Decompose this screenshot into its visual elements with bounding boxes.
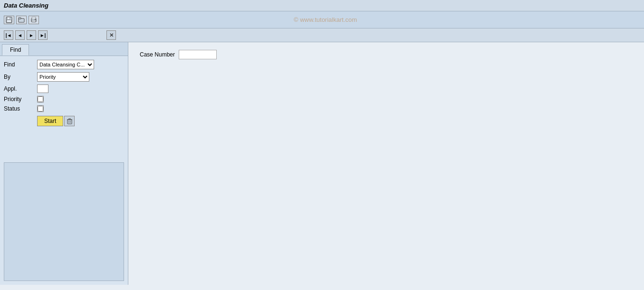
main-area: Find Find Data Cleansing C... By Priorit… [0, 42, 644, 285]
svg-rect-2 [7, 20, 11, 22]
by-label: By [4, 74, 37, 80]
by-row: By Priority Status Application Case Numb… [4, 72, 124, 82]
appl-row: Appl. [4, 84, 124, 93]
watermark: © www.tutorialkart.com [39, 16, 612, 23]
appl-input[interactable] [37, 84, 48, 93]
open-icon[interactable] [16, 16, 27, 24]
left-panel: Find Find Data Cleansing C... By Priorit… [0, 42, 128, 285]
nav-next-button[interactable]: ► [27, 30, 36, 40]
priority-label: Priority [4, 96, 37, 103]
delete-button[interactable] [64, 116, 75, 126]
print-icon[interactable] [29, 16, 39, 24]
case-number-input[interactable] [179, 50, 217, 59]
appl-label: Appl. [4, 85, 37, 92]
svg-point-8 [35, 19, 36, 20]
status-row: Status [4, 105, 124, 112]
priority-checkbox-input[interactable] [38, 96, 43, 102]
status-label: Status [4, 105, 37, 112]
svg-rect-9 [67, 120, 72, 124]
nav-toolbar: |◄ ◄ ► ►| ✕ [0, 28, 644, 42]
by-select[interactable]: Priority Status Application Case Number [37, 72, 89, 82]
priority-checkbox[interactable] [37, 96, 44, 103]
results-area [4, 162, 124, 281]
status-checkbox-input[interactable] [38, 106, 43, 112]
nav-prev-button[interactable]: ◄ [15, 30, 25, 40]
svg-rect-7 [32, 20, 36, 22]
status-checkbox[interactable] [37, 105, 44, 112]
right-panel: Case Number [128, 42, 644, 285]
case-number-row: Case Number [140, 50, 633, 59]
toolbar-icons [4, 16, 39, 24]
case-number-label: Case Number [140, 51, 175, 58]
button-row: Start [37, 116, 124, 126]
nav-first-button[interactable]: |◄ [4, 30, 13, 40]
form-area: Find Data Cleansing C... By Priority Sta… [0, 56, 128, 160]
svg-rect-6 [32, 17, 36, 19]
find-label: Find [4, 61, 37, 68]
svg-rect-4 [19, 18, 21, 19]
save-icon[interactable] [4, 16, 14, 24]
svg-rect-1 [7, 17, 10, 19]
tab-find[interactable]: Find [2, 44, 29, 56]
find-select[interactable]: Data Cleansing C... [37, 60, 94, 69]
tab-bar: Find [0, 42, 128, 56]
find-row: Find Data Cleansing C... [4, 60, 124, 69]
close-button[interactable]: ✕ [106, 30, 116, 40]
toolbar-row: © www.tutorialkart.com [0, 11, 644, 28]
title-bar: Data Cleansing [0, 0, 644, 11]
nav-last-button[interactable]: ►| [38, 30, 48, 40]
app-title: Data Cleansing [4, 2, 48, 9]
priority-row: Priority [4, 96, 124, 103]
start-button[interactable]: Start [37, 116, 63, 126]
